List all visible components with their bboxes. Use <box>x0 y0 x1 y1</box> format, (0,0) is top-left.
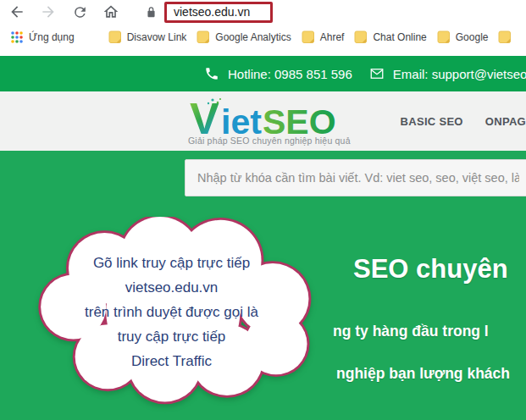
logo-seo: SEO <box>263 102 336 138</box>
browser-toolbar: vietseo.edu.vn <box>0 0 526 24</box>
folder-icon <box>197 30 210 44</box>
callout-line: trên trình duyệt được gọi là <box>25 300 318 324</box>
callout-line: Direct Traffic <box>25 349 318 373</box>
bookmark-apps-label: Ứng dụng <box>29 31 75 43</box>
main-nav: BASIC SEO ONPAG <box>401 115 526 128</box>
hero-text-line: ng ty hàng đầu trong l <box>333 323 489 340</box>
nav-item-basic-seo[interactable]: BASIC SEO <box>401 115 463 128</box>
bookmark-folder-google-analytics[interactable]: Google Analytics <box>197 30 291 44</box>
folder-icon <box>302 30 315 44</box>
bookmark-folder-google[interactable]: Google <box>437 30 489 44</box>
bookmark-folder-partial[interactable] <box>498 30 512 44</box>
search-input[interactable] <box>185 159 526 196</box>
bookmarks-bar: Ứng dụng Disavow Link Google Analytics A… <box>0 24 526 51</box>
hotline-text: Hotline: 0985 851 596 <box>228 67 352 81</box>
bookmark-label: Chat Online <box>373 31 426 43</box>
callout-line: Gõ link truy cập trực tiếp <box>25 251 318 275</box>
back-icon[interactable] <box>7 2 27 22</box>
logo-iet: iet <box>221 102 262 138</box>
folder-icon <box>437 30 451 44</box>
email-icon <box>369 66 385 81</box>
lock-icon[interactable] <box>141 2 161 22</box>
bookmark-label: Ahref <box>320 31 345 43</box>
bookmark-label: Disavow Link <box>127 31 187 43</box>
logo-graphic: V iet SEO <box>190 97 349 138</box>
bookmark-folder-ahref[interactable]: Ahref <box>302 30 345 44</box>
folder-icon <box>498 30 512 44</box>
url-annotation-box: vietseo.edu.vn <box>164 2 273 23</box>
phone-icon <box>204 66 219 81</box>
site-header: V iet SEO Giải pháp SEO chuyên nghiệp hi… <box>0 91 526 151</box>
nav-item-onpage[interactable]: ONPAG <box>485 115 526 128</box>
bookmark-apps[interactable]: Ứng dụng <box>10 30 75 44</box>
topbar: Hotline: 0985 851 596 Email: support@vie… <box>0 56 526 91</box>
callout-line: vietseo.edu.vn <box>25 275 318 300</box>
cloud-callout-text: Gõ link truy cập trực tiếp vietseo.edu.v… <box>25 251 318 373</box>
bookmark-label: Google Analytics <box>215 31 291 43</box>
browser-window: vietseo.edu.vn Ứng dụng Disavow Link Goo… <box>0 0 526 420</box>
folder-icon <box>108 30 122 44</box>
forward-icon[interactable] <box>38 2 58 22</box>
apps-grid-icon <box>10 30 24 44</box>
hero-text-line: nghiệp bạn lượng khách <box>336 365 510 383</box>
hero-section: SEO chuyên ng ty hàng đầu trong l nghiệp… <box>0 151 526 420</box>
folder-icon <box>354 30 368 44</box>
bookmark-label: Google <box>456 31 489 43</box>
callout-line: truy cập trực tiếp <box>25 324 318 349</box>
bookmark-folder-disavow-link[interactable]: Disavow Link <box>108 30 187 44</box>
bookmark-folder-chat-online[interactable]: Chat Online <box>354 30 426 44</box>
vietseo-logo[interactable]: V iet SEO Giải pháp SEO chuyên nghiệp hi… <box>188 97 351 146</box>
hero-heading: SEO chuyên <box>353 254 508 285</box>
logo-tagline: Giải pháp SEO chuyên nghiệp hiệu quả <box>188 135 351 146</box>
refresh-icon[interactable] <box>69 2 90 22</box>
address-bar-url[interactable]: vietseo.edu.vn <box>174 5 250 19</box>
email-text: Email: support@vietseo.edu <box>393 67 526 81</box>
logo-v: V <box>190 97 219 138</box>
home-icon[interactable] <box>101 2 121 22</box>
